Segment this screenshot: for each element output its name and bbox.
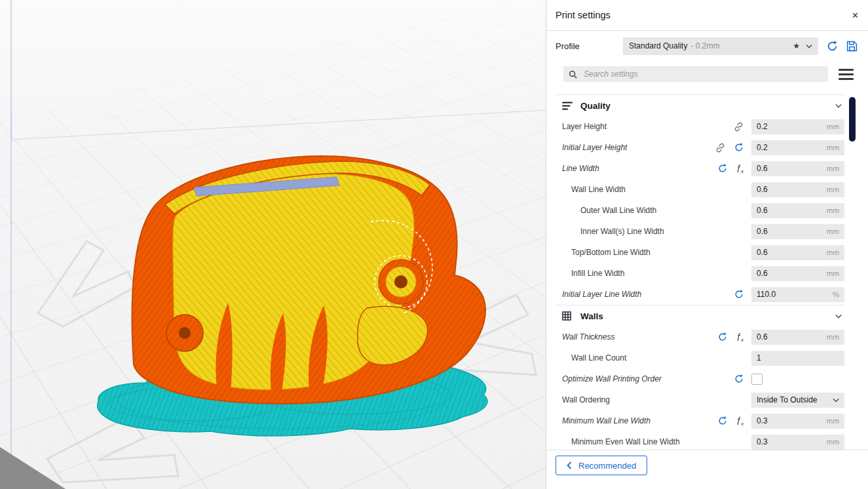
fx-icon: ƒx <box>736 332 744 343</box>
link-icon <box>715 143 725 153</box>
setting-value-field[interactable]: mm <box>751 245 844 260</box>
reset-icon[interactable] <box>718 332 727 342</box>
setting-row-line-width: Line Widthƒxmm <box>556 158 844 179</box>
recommended-button-label: Recommended <box>578 461 636 471</box>
profile-row: Profile Standard Quality - 0.2mm ★ <box>546 31 868 61</box>
unit-label: mm <box>827 206 839 214</box>
section-title: Walls <box>580 311 603 321</box>
reset-icon[interactable] <box>718 416 727 425</box>
setting-row-top-bottom-line-width: Top/Bottom Line Widthmm <box>556 242 844 263</box>
setting-value-field[interactable]: mm <box>751 140 844 155</box>
setting-value-field[interactable]: mm <box>751 266 844 281</box>
unit-label: mm <box>827 227 839 235</box>
scrollbar-track[interactable] <box>849 92 856 450</box>
3d-scene[interactable] <box>0 0 546 489</box>
setting-label: Initial Layer Line Width <box>556 290 641 299</box>
3d-viewport[interactable] <box>0 0 546 489</box>
section-title: Quality <box>580 101 611 111</box>
settings-list: QualityLayer HeightmmInitial Layer Heigh… <box>556 89 844 450</box>
setting-label: Line Width <box>556 164 599 173</box>
walls-icon <box>562 311 576 321</box>
setting-value-field[interactable]: % <box>751 287 844 302</box>
setting-value-input[interactable] <box>757 290 829 299</box>
recommended-button[interactable]: Recommended <box>556 456 647 475</box>
setting-label: Outer Wall Line Width <box>556 206 656 215</box>
setting-value-input[interactable] <box>757 437 823 446</box>
chevron-down-icon <box>835 104 842 108</box>
setting-row-initial-layer-line-width: Initial Layer Line Width% <box>556 284 844 305</box>
setting-label: Wall Line Count <box>556 353 626 362</box>
close-icon[interactable]: ✕ <box>852 11 859 20</box>
setting-label: Minimum Wall Line Width <box>556 416 651 425</box>
setting-row-inner-wall-s-line-width: Inner Wall(s) Line Widthmm <box>556 221 844 242</box>
search-icon <box>569 70 577 79</box>
setting-value-input[interactable] <box>757 206 823 215</box>
unit-label: mm <box>827 438 839 446</box>
setting-value-input[interactable] <box>757 332 823 342</box>
setting-value-field[interactable]: mm <box>751 182 844 197</box>
sliced-model[interactable] <box>98 156 488 436</box>
search-row <box>546 61 868 87</box>
search-box[interactable] <box>563 66 828 82</box>
search-input[interactable] <box>582 69 823 79</box>
setting-row-wall-line-width: Wall Line Widthmm <box>556 179 844 200</box>
setting-row-initial-layer-height: Initial Layer Heightmm <box>556 137 844 158</box>
setting-value-input[interactable] <box>757 416 823 425</box>
unit-label: mm <box>827 144 839 151</box>
reset-icon[interactable] <box>734 374 744 383</box>
reset-icon[interactable] <box>734 143 744 152</box>
setting-value-input[interactable] <box>757 164 823 173</box>
reset-profile-button[interactable] <box>827 41 838 52</box>
setting-row-optimize-wall-printing-order: Optimize Wall Printing Order <box>556 368 844 389</box>
unit-label: mm <box>827 248 839 256</box>
setting-value-field[interactable]: mm <box>751 161 844 176</box>
setting-value-field[interactable]: mm <box>751 435 844 450</box>
plate-boundary-line-diagonal <box>11 110 546 140</box>
star-icon: ★ <box>793 41 800 50</box>
setting-value-input[interactable] <box>757 227 823 236</box>
menu-icon[interactable] <box>839 66 854 83</box>
setting-value-input[interactable] <box>757 143 823 152</box>
setting-value-input[interactable] <box>757 122 823 131</box>
setting-label: Infill Line Width <box>556 269 624 278</box>
fx-icon: ƒx <box>736 163 744 174</box>
setting-row-minimum-wall-line-width: Minimum Wall Line Widthƒxmm <box>556 410 844 431</box>
setting-value-input[interactable] <box>757 185 823 194</box>
unit-label: mm <box>827 186 839 193</box>
setting-value-field[interactable]: mm <box>751 224 844 239</box>
model-left-boss <box>166 315 203 351</box>
reset-icon[interactable] <box>734 290 744 299</box>
setting-label: Optimize Wall Printing Order <box>556 374 662 383</box>
setting-value-field[interactable] <box>751 351 844 366</box>
save-profile-icon[interactable] <box>846 41 858 52</box>
setting-value-input[interactable] <box>757 353 839 362</box>
unit-label: mm <box>827 417 839 425</box>
profile-suffix: - 0.2mm <box>690 41 719 50</box>
setting-value-input[interactable] <box>757 269 823 278</box>
panel-header: Print settings ✕ <box>546 0 868 31</box>
fx-icon: ƒx <box>736 416 744 427</box>
setting-label: Initial Layer Height <box>556 143 627 152</box>
profile-dropdown[interactable]: Standard Quality - 0.2mm ★ <box>623 37 818 55</box>
reset-icon[interactable] <box>718 164 727 173</box>
section-header-quality[interactable]: Quality <box>556 94 844 116</box>
setting-value-input[interactable] <box>757 248 823 257</box>
setting-row-wall-line-count: Wall Line Count <box>556 347 844 368</box>
scrollbar-thumb[interactable] <box>849 97 856 142</box>
chevron-down-icon <box>833 398 839 402</box>
print-settings-panel: Print settings ✕ Profile Standard Qualit… <box>546 0 868 489</box>
setting-row-outer-wall-line-width: Outer Wall Line Widthmm <box>556 200 844 221</box>
setting-value-field[interactable]: mm <box>751 330 844 345</box>
setting-value-field[interactable]: mm <box>751 119 844 134</box>
setting-value-field[interactable]: mm <box>751 203 844 218</box>
select-value: Inside To Outside <box>757 395 818 404</box>
setting-row-layer-height: Layer Heightmm <box>556 116 844 137</box>
setting-select[interactable]: Inside To Outside <box>751 393 844 408</box>
setting-checkbox[interactable] <box>751 374 763 385</box>
section-header-walls[interactable]: Walls <box>556 305 844 326</box>
setting-label: Wall Thickness <box>556 332 614 342</box>
setting-label: Top/Bottom Line Width <box>556 248 651 257</box>
unit-label: mm <box>827 123 839 130</box>
setting-label: Inner Wall(s) Line Width <box>556 227 664 236</box>
setting-value-field[interactable]: mm <box>751 414 844 429</box>
